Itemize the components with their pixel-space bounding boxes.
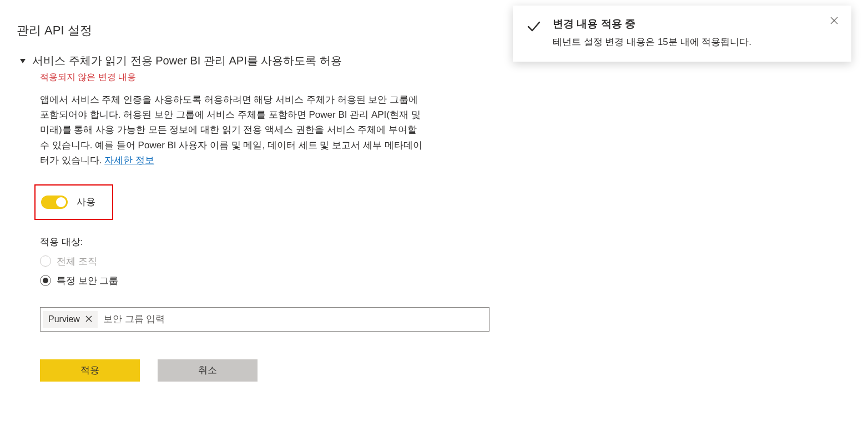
toast-notification: 변경 내용 적용 중 테넌트 설정 변경 내용은 15분 내에 적용됩니다. <box>513 6 851 62</box>
radio-dot-icon <box>43 278 48 283</box>
radio-specific-groups-label: 특정 보안 그룹 <box>57 274 118 287</box>
toast-title: 변경 내용 적용 중 <box>553 17 819 31</box>
enable-toggle[interactable] <box>41 196 68 209</box>
radio-entire-org-label: 전체 조직 <box>57 255 97 268</box>
toggle-knob-icon <box>56 197 66 207</box>
toast-message: 테넌트 설정 변경 내용은 15분 내에 적용됩니다. <box>553 36 819 48</box>
security-group-chip-label: Purview <box>48 314 80 324</box>
button-row: 적용 취소 <box>40 359 483 382</box>
enable-toggle-label: 사용 <box>77 196 95 208</box>
enable-toggle-highlight: 사용 <box>34 184 113 220</box>
svg-marker-0 <box>20 59 26 63</box>
radio-specific-groups[interactable] <box>40 275 51 286</box>
radio-specific-groups-row[interactable]: 특정 보안 그룹 <box>40 274 483 287</box>
unsaved-changes-label: 적용되지 않은 변경 내용 <box>40 72 483 83</box>
apply-button[interactable]: 적용 <box>40 359 140 382</box>
cancel-button[interactable]: 취소 <box>158 359 258 382</box>
radio-entire-org <box>40 255 51 267</box>
setting-title: 서비스 주체가 읽기 전용 Power BI 관리 API를 사용하도록 허용 <box>32 53 342 68</box>
security-group-input-wrap[interactable]: Purview <box>40 307 489 332</box>
security-group-chip: Purview <box>43 311 98 328</box>
learn-more-link[interactable]: 자세한 정보 <box>104 155 154 166</box>
radio-entire-org-row: 전체 조직 <box>40 255 483 268</box>
remove-chip-icon[interactable] <box>85 315 92 324</box>
setting-block: 서비스 주체가 읽기 전용 Power BI 관리 API를 사용하도록 허용 … <box>17 53 483 382</box>
setting-description: 앱에서 서비스 주체 인증을 사용하도록 허용하려면 해당 서비스 주체가 허용… <box>40 92 428 168</box>
checkmark-icon <box>526 19 542 36</box>
description-text: 앱에서 서비스 주체 인증을 사용하도록 허용하려면 해당 서비스 주체가 허용… <box>40 94 422 166</box>
apply-to-label: 적용 대상: <box>40 235 483 248</box>
caret-down-icon <box>20 58 26 66</box>
close-icon[interactable] <box>830 17 838 26</box>
setting-header-row[interactable]: 서비스 주체가 읽기 전용 Power BI 관리 API를 사용하도록 허용 <box>20 53 483 68</box>
toast-body: 변경 내용 적용 중 테넌트 설정 변경 내용은 15분 내에 적용됩니다. <box>553 17 819 48</box>
security-group-input[interactable] <box>98 314 487 325</box>
section-title: 관리 API 설정 <box>17 22 483 39</box>
